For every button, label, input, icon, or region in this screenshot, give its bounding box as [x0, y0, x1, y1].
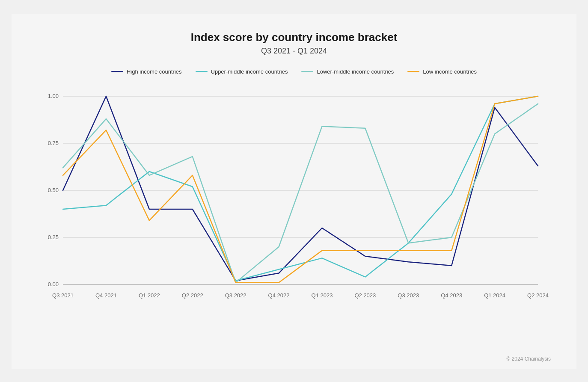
svg-text:0.25: 0.25	[48, 234, 59, 240]
legend-item: High income countries	[111, 68, 182, 75]
legend-item: Lower-middle income countries	[301, 68, 394, 75]
svg-text:0.50: 0.50	[48, 187, 59, 193]
svg-text:Q4 2022: Q4 2022	[268, 292, 290, 299]
chart-subtitle: Q3 2021 - Q1 2024	[37, 47, 551, 56]
legend-color	[407, 71, 419, 72]
svg-text:Q1 2024: Q1 2024	[484, 292, 505, 299]
svg-text:Q3 2022: Q3 2022	[225, 292, 246, 299]
chart-svg: 0.000.250.500.751.00Q3 2021Q4 2021Q1 202…	[37, 83, 551, 314]
legend-item: Low income countries	[407, 68, 477, 75]
svg-text:Q1 2023: Q1 2023	[312, 292, 333, 299]
svg-text:0.75: 0.75	[48, 140, 59, 146]
svg-text:Q2 2024: Q2 2024	[527, 292, 549, 299]
svg-text:Q3 2023: Q3 2023	[398, 292, 419, 299]
svg-text:0.00: 0.00	[48, 281, 59, 287]
legend-item: Upper-middle income countries	[196, 68, 288, 75]
chart-area: 0.000.250.500.751.00Q3 2021Q4 2021Q1 202…	[37, 83, 551, 314]
svg-text:1.00: 1.00	[48, 93, 59, 99]
copyright: © 2024 Chainalysis	[506, 356, 551, 362]
legend-label: High income countries	[127, 68, 182, 75]
svg-text:Q4 2023: Q4 2023	[441, 292, 462, 299]
svg-text:Q3 2021: Q3 2021	[52, 292, 74, 299]
legend: High income countriesUpper-middle income…	[37, 68, 551, 75]
svg-text:Q1 2022: Q1 2022	[139, 292, 160, 299]
legend-label: Upper-middle income countries	[211, 68, 288, 75]
svg-text:Q2 2022: Q2 2022	[182, 292, 203, 299]
svg-text:Q2 2023: Q2 2023	[354, 292, 376, 299]
legend-label: Low income countries	[423, 68, 477, 75]
legend-label: Lower-middle income countries	[317, 68, 394, 75]
svg-text:Q4 2021: Q4 2021	[95, 292, 117, 299]
legend-color	[111, 71, 123, 72]
legend-color	[301, 71, 313, 72]
legend-color	[196, 71, 208, 72]
chart-container: Index score by country income bracket Q3…	[12, 14, 576, 369]
chart-title: Index score by country income bracket	[37, 31, 551, 44]
